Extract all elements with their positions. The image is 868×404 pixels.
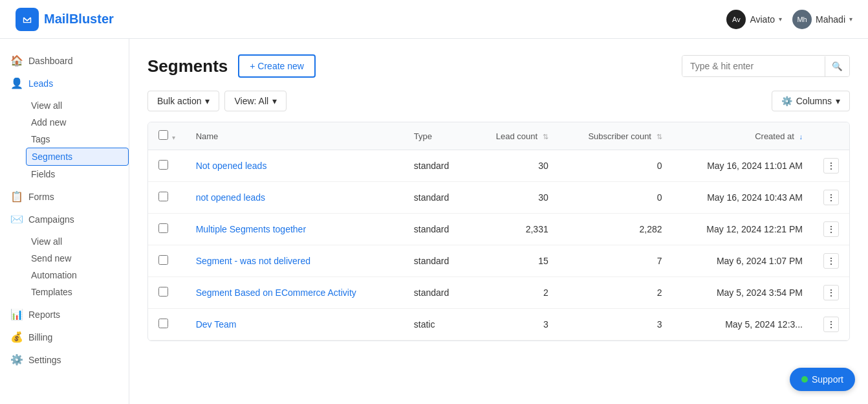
sidebar-item-reports[interactable]: 📊 Reports bbox=[0, 303, 129, 326]
row-checkbox-cell bbox=[148, 245, 186, 277]
mahadi-label: Mahadi bbox=[816, 14, 845, 25]
sidebar-item-segments[interactable]: Segments bbox=[26, 148, 129, 166]
header-chevron: ▾ bbox=[172, 134, 175, 141]
row-created-at: May 6, 2024 1:07 PM bbox=[673, 245, 813, 277]
mahadi-account[interactable]: Mh Mahadi ▾ bbox=[792, 10, 852, 29]
row-checkbox[interactable] bbox=[158, 160, 168, 170]
row-action-button[interactable]: ⋮ bbox=[823, 221, 839, 237]
row-action-cell: ⋮ bbox=[813, 214, 849, 245]
search-button[interactable]: 🔍 bbox=[825, 56, 849, 76]
forms-icon: 📋 bbox=[10, 190, 23, 203]
row-checkbox-cell bbox=[148, 214, 186, 245]
row-action-button[interactable]: ⋮ bbox=[823, 158, 839, 174]
th-lead-count[interactable]: Lead count ⇅ bbox=[471, 122, 559, 150]
sidebar-item-settings[interactable]: ⚙️ Settings bbox=[0, 348, 129, 371]
bulk-action-label: Bulk action bbox=[157, 96, 201, 106]
th-created-at[interactable]: Created at ↓ bbox=[673, 122, 813, 150]
row-created-at: May 16, 2024 11:01 AM bbox=[673, 150, 813, 182]
table-row: Segment - was not delivered standard 15 … bbox=[148, 245, 849, 277]
row-action-cell: ⋮ bbox=[813, 150, 849, 182]
row-name[interactable]: Multiple Segments together bbox=[186, 214, 404, 245]
aviato-account[interactable]: Av Aviato ▾ bbox=[726, 10, 782, 29]
sidebar-label-campaigns: Campaigns bbox=[28, 214, 74, 225]
columns-chevron: ▾ bbox=[836, 96, 840, 106]
row-name[interactable]: Segment Based on ECommerce Activity bbox=[186, 277, 404, 309]
create-new-button[interactable]: + Create new bbox=[238, 54, 316, 78]
row-subscriber-count: 0 bbox=[559, 182, 673, 214]
th-name: Name bbox=[186, 122, 404, 150]
select-all-checkbox[interactable] bbox=[158, 130, 168, 140]
row-created-at: May 12, 2024 12:21 PM bbox=[673, 214, 813, 245]
subscriber-count-sort-icon: ⇅ bbox=[656, 133, 662, 140]
sidebar-item-campaigns[interactable]: ✉️ Campaigns bbox=[0, 208, 129, 230]
topnav-right: Av Aviato ▾ Mh Mahadi ▾ bbox=[726, 10, 852, 29]
sidebar: 🏠 Dashboard 👤 Leads View all Add new Tag… bbox=[0, 39, 129, 404]
row-lead-count: 15 bbox=[471, 245, 559, 277]
row-checkbox[interactable] bbox=[158, 319, 168, 328]
row-name[interactable]: not opened leads bbox=[186, 182, 404, 214]
row-checkbox[interactable] bbox=[158, 255, 168, 265]
bulk-action-button[interactable]: Bulk action ▾ bbox=[147, 91, 219, 111]
row-name[interactable]: Segment - was not delivered bbox=[186, 245, 404, 277]
row-name[interactable]: Dev Team bbox=[186, 309, 404, 341]
layout: 🏠 Dashboard 👤 Leads View all Add new Tag… bbox=[0, 39, 868, 404]
row-action-button[interactable]: ⋮ bbox=[823, 285, 839, 300]
sidebar-label-leads: Leads bbox=[28, 78, 53, 89]
leads-submenu: View all Add new Tags Segments Fields bbox=[0, 95, 129, 185]
row-action-cell: ⋮ bbox=[813, 309, 849, 341]
support-label: Support bbox=[812, 374, 843, 385]
logo-text: MailBluster bbox=[44, 12, 114, 27]
row-type: standard bbox=[404, 277, 471, 309]
sidebar-item-send-new[interactable]: Send new bbox=[26, 250, 129, 267]
sidebar-item-billing[interactable]: 💰 Billing bbox=[0, 326, 129, 348]
row-action-cell: ⋮ bbox=[813, 245, 849, 277]
segments-table-wrap: ▾ Name Type Lead count ⇅ S bbox=[147, 122, 850, 341]
aviato-avatar: Av bbox=[726, 10, 746, 29]
main-content: Segments + Create new 🔍 Bulk action ▾ Vi… bbox=[129, 39, 868, 404]
sidebar-item-add-new[interactable]: Add new bbox=[26, 114, 129, 131]
th-checkbox: ▾ bbox=[148, 122, 186, 150]
row-checkbox[interactable] bbox=[158, 192, 168, 201]
sidebar-label-forms: Forms bbox=[28, 192, 54, 202]
sidebar-item-templates[interactable]: Templates bbox=[26, 284, 129, 300]
row-type: static bbox=[404, 309, 471, 341]
row-name[interactable]: Not opened leads bbox=[186, 150, 404, 182]
row-checkbox[interactable] bbox=[158, 223, 168, 233]
row-type: standard bbox=[404, 214, 471, 245]
row-action-button[interactable]: ⋮ bbox=[823, 190, 839, 205]
table-row: Segment Based on ECommerce Activity stan… bbox=[148, 277, 849, 309]
sidebar-item-automation[interactable]: Automation bbox=[26, 267, 129, 284]
columns-button[interactable]: ⚙️ Columns ▾ bbox=[772, 91, 850, 111]
logo[interactable]: MailBluster bbox=[16, 8, 114, 31]
topnav: MailBluster Av Aviato ▾ Mh Mahadi ▾ bbox=[0, 0, 868, 39]
th-actions bbox=[813, 122, 849, 150]
row-subscriber-count: 3 bbox=[559, 309, 673, 341]
sidebar-item-tags[interactable]: Tags bbox=[26, 131, 129, 148]
table-header: ▾ Name Type Lead count ⇅ S bbox=[148, 122, 849, 150]
support-button[interactable]: Support bbox=[790, 368, 855, 391]
table-row: Multiple Segments together standard 2,33… bbox=[148, 214, 849, 245]
search-input[interactable] bbox=[682, 56, 825, 76]
row-checkbox[interactable] bbox=[158, 287, 168, 297]
view-filter-button[interactable]: View: All ▾ bbox=[224, 91, 287, 111]
columns-label: Columns bbox=[796, 96, 832, 106]
sidebar-item-camp-view-all[interactable]: View all bbox=[26, 233, 129, 250]
table-row: not opened leads standard 30 0 May 16, 2… bbox=[148, 182, 849, 214]
mahadi-avatar: Mh bbox=[792, 10, 812, 29]
row-lead-count: 2 bbox=[471, 277, 559, 309]
table-row: Not opened leads standard 30 0 May 16, 2… bbox=[148, 150, 849, 182]
sidebar-label-billing: Billing bbox=[28, 332, 52, 342]
row-action-button[interactable]: ⋮ bbox=[823, 253, 839, 269]
sidebar-item-view-all[interactable]: View all bbox=[26, 97, 129, 114]
sidebar-item-dashboard[interactable]: 🏠 Dashboard bbox=[0, 49, 129, 72]
sidebar-item-leads[interactable]: 👤 Leads bbox=[0, 72, 129, 95]
th-subscriber-count[interactable]: Subscriber count ⇅ bbox=[559, 122, 673, 150]
sidebar-item-forms[interactable]: 📋 Forms bbox=[0, 185, 129, 208]
logo-icon bbox=[16, 8, 39, 31]
row-action-button[interactable]: ⋮ bbox=[823, 317, 839, 332]
row-action-cell: ⋮ bbox=[813, 277, 849, 309]
sidebar-item-fields[interactable]: Fields bbox=[26, 166, 129, 183]
page-title-area: Segments + Create new bbox=[147, 54, 316, 78]
row-checkbox-cell bbox=[148, 182, 186, 214]
row-subscriber-count: 7 bbox=[559, 245, 673, 277]
